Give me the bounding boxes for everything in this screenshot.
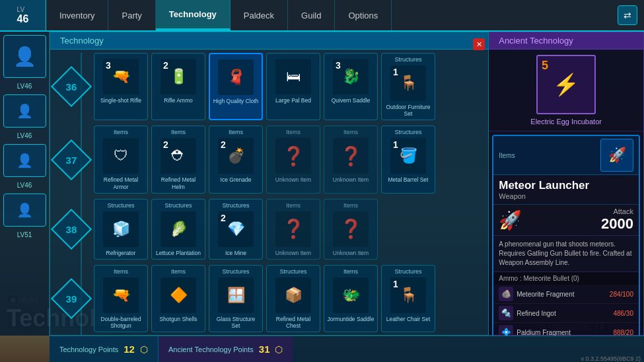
player-level-3: LV46	[0, 180, 49, 190]
material-icon-ingot: 🔩	[499, 306, 513, 320]
tech-item-metal-barrel[interactable]: Structures 1 🪣 Metal Barrel Set	[381, 126, 435, 193]
version-text: v 0.3.2.55495(6BC9 2)	[581, 355, 641, 362]
tech-items-39: Items 🔫 Double-barreled Shotgun Items 🔶 …	[94, 265, 435, 332]
detail-header-row: Items 🚀	[493, 136, 639, 175]
ancient-points-icon: ⬡	[275, 344, 283, 355]
tech-items-37: Items 🛡 Refined Metal Armor Items 2 ⛑ Re…	[94, 126, 435, 193]
player-level-2: LV46	[0, 131, 49, 141]
tech-item-unknown-1[interactable]: Items ❓ Unknown Item	[266, 126, 320, 193]
tech-items-36: 3 🔫 Single-shot Rifle 2 🔋 Rifle Ammo	[94, 53, 435, 120]
tech-item-ice-grenade[interactable]: Items 2 💣 Ice Grenade	[209, 126, 263, 193]
weapon-image-area: 🚀	[499, 209, 522, 231]
tech-item-ice-mine[interactable]: Structures 2 💎 Ice Mine	[209, 199, 263, 260]
tech-item-single-shot-rifle[interactable]: 3 🔫 Single-shot Rifle	[94, 53, 148, 120]
tech-item-refined-metal-chest[interactable]: Structures 📦 Refined Metal Chest	[266, 265, 320, 332]
tech-item-unknown-2[interactable]: Items ❓ Unknown Item	[324, 126, 378, 193]
ancient-item-icon-box: 5 ⚡	[536, 55, 596, 114]
material-name-meteorite: Meteorite Fragment	[517, 291, 574, 298]
tech-item-leather-chair[interactable]: Structures 1 🪑 Leather Chair Set	[381, 265, 435, 332]
tab-inventory[interactable]: Inventory	[46, 0, 108, 30]
tech-row-39: 39 Items 🔫 Double-barreled Shotgun Items…	[57, 265, 482, 332]
tech-item-glass-structure[interactable]: Structures 🪟 Glass Structure Set	[209, 265, 263, 332]
level-badge-37: 37	[51, 139, 92, 180]
material-name-ingot: Refined Ingot	[517, 310, 556, 317]
ancient-panel-header: Ancient Technology	[489, 32, 643, 50]
ancient-points-label: Ancient Technology Points	[168, 345, 254, 353]
player-avatar-3: 👤	[3, 144, 46, 177]
level-badge-36: 36	[51, 66, 92, 107]
attack-label: Attack	[601, 207, 633, 215]
player-avatar-4: 👤	[3, 194, 46, 227]
attack-stat-row: 🚀 Attack 2000	[493, 205, 639, 236]
top-navigation: LV 46 Inventory Party Technology Paldeck…	[0, 0, 644, 32]
tech-item-double-shotgun[interactable]: Items 🔫 Double-barreled Shotgun	[94, 265, 148, 332]
items-category-label: Items	[499, 152, 515, 159]
tech-items-38: Structures 🧊 Refrigerator Structures 🥬 L…	[94, 199, 435, 260]
attack-value: 2000	[601, 215, 633, 233]
tech-item-refined-metal-armor[interactable]: Items 🛡 Refined Metal Armor	[94, 126, 148, 193]
meteor-launcher-icon: 🚀	[600, 139, 633, 172]
tech-points-label: Technology Points	[59, 345, 118, 353]
tech-points-value: 12	[124, 344, 135, 355]
main-content: Technology 36 3 🔫	[50, 32, 644, 336]
player-avatar: 👤	[3, 35, 46, 78]
tech-item-high-quality-cloth[interactable]: 🧣 High Quality Cloth	[209, 53, 263, 120]
tech-item-refrigerator[interactable]: Structures 🧊 Refrigerator	[94, 199, 148, 260]
tab-technology[interactable]: Technology	[156, 0, 231, 30]
material-row-ingot: 🔩 Refined Ingot 486/30	[493, 304, 639, 323]
ancient-points-value: 31	[259, 344, 270, 355]
tech-panel-header: Technology	[50, 32, 488, 50]
tech-item-large-pal-bed[interactable]: 🛏 Large Pal Bed	[266, 53, 320, 120]
bottom-bar: Technology Points 12 ⬡ Ancient Technolog…	[50, 336, 644, 362]
level-badge-38: 38	[51, 209, 92, 250]
ancient-item-egg-incubator[interactable]: 5 ⚡ Electric Egg Incubator	[489, 50, 643, 131]
tab-paldeck[interactable]: Paldeck	[231, 0, 288, 30]
tech-item-shotgun-shells[interactable]: Items 🔶 Shotgun Shells	[151, 265, 205, 332]
weapon-icon-large: 🚀	[499, 209, 522, 231]
weapon-description: A phenomenal gun that shoots meteors. Re…	[493, 236, 639, 272]
ancient-panel: Ancient Technology 5 ⚡ Electric Egg Incu…	[489, 32, 644, 336]
tech-item-outdoor-furniture[interactable]: Structures 1 🪑 Outdoor Furniture Set	[381, 53, 435, 120]
tech-item-unknown-4[interactable]: Items ❓ Unknown Item	[324, 199, 378, 260]
tech-item-rifle-ammo[interactable]: 2 🔋 Rifle Ammo	[151, 53, 205, 120]
tech-item-quivern-saddle[interactable]: 3 🐉 Quivern Saddle	[324, 53, 378, 120]
left-sidebar: 👤 LV46 👤 LV46 👤 LV46 👤 LV51	[0, 32, 50, 336]
tech-points-section: Technology Points 12 ⬡	[50, 336, 159, 362]
tech-item-unknown-3[interactable]: Items ❓ Unknown Item	[266, 199, 320, 260]
material-count-paldium: 888/20	[613, 329, 633, 336]
material-name-paldium: Paldium Fragment	[517, 329, 571, 336]
tab-party[interactable]: Party	[108, 0, 155, 30]
material-count-meteorite: 284/100	[610, 291, 633, 298]
player-level-4: LV51	[0, 230, 49, 240]
tech-points-icon: ⬡	[140, 344, 148, 355]
weapon-name: Meteor Launcher	[499, 179, 633, 192]
meteor-launcher-detail: Items 🚀 Meteor Launcher Weapon 🚀 Attack …	[492, 135, 640, 344]
player-avatar-2: 👤	[3, 94, 46, 127]
ancient-points-section: Ancient Technology Points 31 ⬡	[159, 336, 293, 362]
weapon-name-row: Meteor Launcher Weapon	[493, 175, 639, 205]
tech-tree-container[interactable]: 36 3 🔫 Single-shot Rifle	[50, 50, 488, 335]
nav-arrow-button[interactable]: ⇄	[618, 5, 637, 25]
material-icon-meteorite: 🪨	[499, 287, 513, 301]
tech-row-38: 38 Structures 🧊 Refrigerator Structures …	[57, 199, 482, 260]
attack-value-area: Attack 2000	[601, 207, 633, 233]
tech-panel: Technology 36 3 🔫	[50, 32, 489, 336]
tech-row-36: 36 3 🔫 Single-shot Rifle	[57, 53, 482, 120]
weapon-type: Weapon	[499, 192, 633, 200]
level-badge-39: 39	[51, 278, 92, 319]
player-level: LV 46	[0, 0, 46, 30]
close-button[interactable]: ✕	[473, 38, 485, 50]
tab-guild[interactable]: Guild	[288, 0, 335, 30]
tab-options[interactable]: Options	[335, 0, 392, 30]
ancient-item-label: Electric Egg Incubator	[530, 118, 602, 126]
tech-row-37: 37 Items 🛡 Refined Metal Armor Items 2	[57, 126, 482, 193]
nav-right-area: ⇄	[618, 5, 644, 25]
material-row-meteorite: 🪨 Meteorite Fragment 284/100	[493, 285, 639, 304]
ammo-label: Ammo : Meteorite Bullet (0)	[493, 272, 639, 285]
player-level-label: LV46	[0, 81, 49, 91]
tech-item-refined-metal-helm[interactable]: Items 2 ⛑ Refined Metal Helm	[151, 126, 205, 193]
tech-item-lettuce-plantation[interactable]: Structures 🥬 Lettuce Plantation	[151, 199, 205, 260]
material-count-ingot: 486/30	[613, 310, 633, 317]
tech-item-jormuntide-saddle[interactable]: Items 🐲 Jormuntide Saddle	[324, 265, 378, 332]
